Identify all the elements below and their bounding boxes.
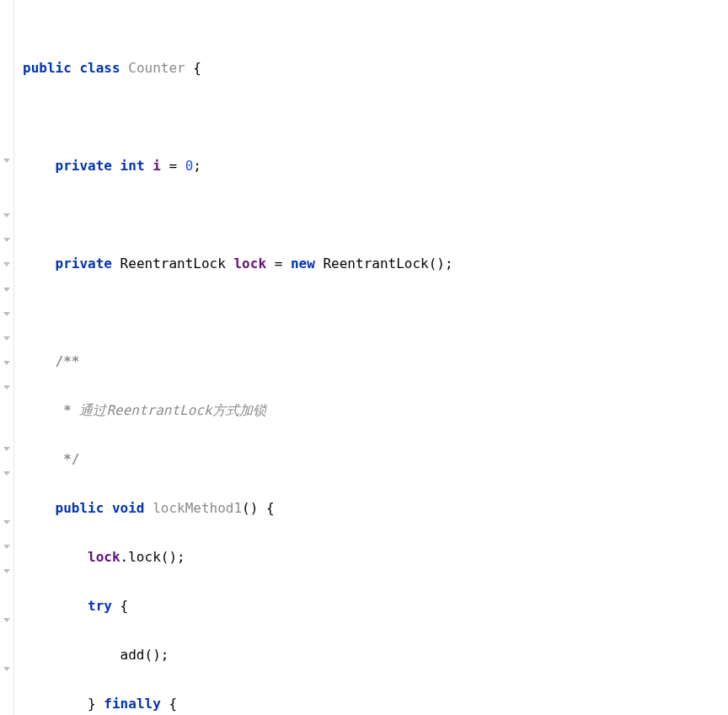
code-line[interactable]: lock.lock(); — [23, 545, 728, 569]
gutter[interactable] — [0, 0, 14, 715]
keyword-class: class — [79, 60, 120, 76]
field-ref: lock — [88, 549, 120, 565]
code-line[interactable]: } finally { — [23, 691, 728, 715]
keyword-public: public — [56, 500, 104, 516]
keyword-finally: finally — [104, 696, 160, 712]
code-editor[interactable]: public class Counter { private int i = 0… — [0, 0, 728, 715]
code-line[interactable] — [23, 202, 728, 227]
code-line[interactable]: private ReentrantLock lock = new Reentra… — [23, 251, 728, 276]
fold-marker-icon[interactable] — [2, 236, 12, 246]
code-line[interactable] — [23, 300, 728, 325]
javadoc-open: /** — [56, 353, 80, 369]
code-line[interactable]: /** — [23, 349, 728, 374]
field-lock: lock — [233, 255, 266, 271]
brace: { — [161, 696, 177, 712]
code-line[interactable] — [23, 105, 728, 129]
code-line[interactable]: private int i = 0; — [23, 153, 728, 178]
keyword-void: void — [112, 500, 145, 516]
semicolon: ; — [445, 255, 453, 271]
fold-marker-icon[interactable] — [2, 616, 12, 626]
fold-marker-icon[interactable] — [2, 261, 12, 271]
class-name: Counter — [128, 60, 185, 76]
fold-marker-icon[interactable] — [2, 359, 12, 369]
code-line[interactable]: * 通过ReentrantLock方式加锁 — [23, 398, 728, 422]
method-call: add(); — [120, 647, 169, 663]
code-area[interactable]: public class Counter { private int i = 0… — [14, 0, 728, 715]
eq: = — [266, 255, 291, 271]
javadoc-text: 通过ReentrantLock方式加锁 — [79, 402, 265, 418]
brace: { — [112, 598, 128, 614]
field-i: i — [153, 158, 161, 174]
keyword-try: try — [88, 598, 112, 614]
code-line[interactable]: public void lockMethod1() { — [23, 496, 728, 520]
fold-marker-icon[interactable] — [2, 212, 12, 222]
fold-marker-icon[interactable] — [2, 310, 12, 320]
semicolon: ; — [193, 158, 201, 174]
fold-marker-icon[interactable] — [2, 567, 12, 578]
number-literal: 0 — [185, 158, 194, 174]
method-name: lockMethod1 — [153, 500, 242, 516]
code-line[interactable]: public class Counter { — [23, 56, 728, 80]
fold-marker-icon[interactable] — [2, 665, 12, 675]
fold-marker-icon[interactable] — [2, 157, 12, 167]
keyword-public: public — [23, 60, 72, 76]
keyword-new: new — [291, 255, 315, 271]
keyword-int: int — [120, 158, 145, 174]
type-name: ReentrantLock — [120, 255, 226, 271]
brace: } — [88, 696, 96, 712]
fold-marker-icon[interactable] — [2, 286, 12, 296]
method-call: .lock(); — [120, 549, 185, 565]
fold-marker-icon[interactable] — [2, 335, 12, 345]
javadoc-star: * — [56, 402, 80, 418]
eq: = — [161, 158, 185, 174]
brace: { — [258, 500, 274, 516]
keyword-private: private — [56, 158, 112, 174]
fold-marker-icon[interactable] — [2, 470, 12, 480]
constructor: ReentrantLock() — [323, 255, 445, 271]
code-line[interactable]: */ — [23, 447, 728, 471]
fold-marker-icon[interactable] — [2, 445, 12, 455]
keyword-private: private — [56, 255, 112, 271]
javadoc-close: */ — [56, 451, 80, 467]
parens: () — [242, 500, 258, 516]
code-line[interactable]: add(); — [23, 642, 728, 667]
fold-marker-icon[interactable] — [2, 519, 12, 529]
brace: { — [193, 60, 201, 76]
fold-marker-icon[interactable] — [2, 543, 12, 553]
fold-marker-icon[interactable] — [2, 384, 12, 394]
code-line[interactable]: try { — [23, 594, 728, 618]
